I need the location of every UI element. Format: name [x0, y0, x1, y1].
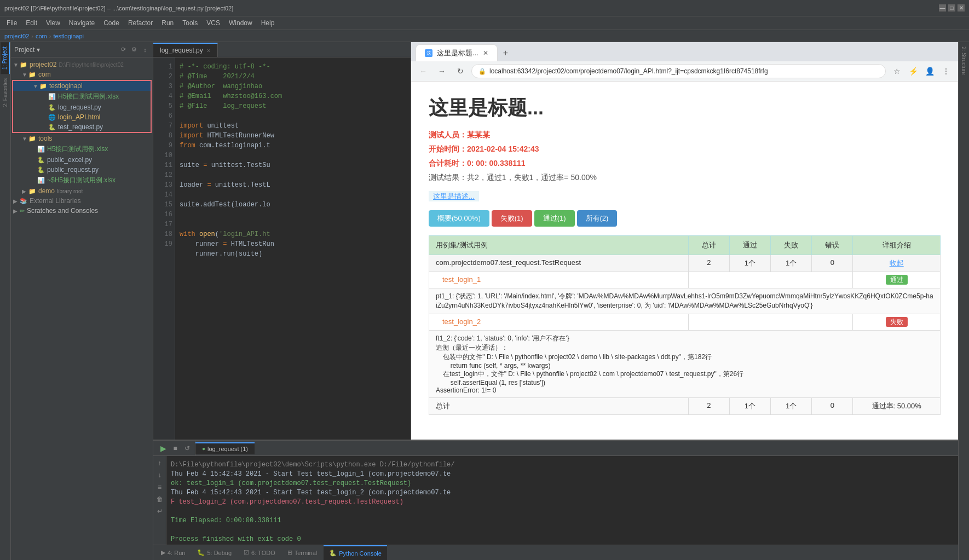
tree-label: testloginapi [49, 82, 83, 90]
status-tab-run[interactable]: ▶ 4: Run [155, 545, 191, 560]
breadcrumb: project02 › com › testloginapi [0, 30, 969, 42]
menu-help[interactable]: Help [257, 18, 279, 28]
right-tab-structure[interactable]: 2: Structure [960, 42, 968, 79]
status-tab-debug[interactable]: 🐛 5: Debug [192, 545, 237, 560]
tree-label: login_API.html [58, 113, 100, 121]
th-failed: 失败 [771, 236, 812, 255]
tree-item-log-request[interactable]: 🐍 log_request.py [13, 102, 151, 112]
menu-navigate[interactable]: Navigate [65, 18, 99, 28]
browser-panel: 这 这里是标题... ✕ + ← → ↻ 🔒 [411, 42, 958, 440]
tree-item-public-request[interactable]: 🐍 public_request.py [11, 165, 153, 175]
close-button[interactable]: ✕ [958, 4, 965, 11]
back-button[interactable]: ← [416, 63, 431, 79]
left-tab-project[interactable]: 1: Project [1, 42, 10, 74]
left-tab-favorites[interactable]: 2: Favorites [1, 74, 9, 111]
menu-tools[interactable]: Tools [178, 18, 202, 28]
code-editor[interactable]: 12345 678910 1112131415 16171819 # -*- c… [153, 57, 411, 440]
menu-view[interactable]: View [42, 18, 65, 28]
expand-icon[interactable]: ↕ [141, 45, 149, 54]
more-button[interactable]: ⋮ [938, 63, 954, 79]
bottom-tab-run[interactable]: ● log_request (1) [195, 442, 255, 454]
rerun-button[interactable]: ↺ [182, 443, 193, 454]
tree-item-tools-h5[interactable]: 📊 H5接口测试用例.xlsx [11, 143, 153, 155]
tree-item-external-libs[interactable]: ▶ 📚 External Libraries [11, 196, 153, 206]
browser-tab-close[interactable]: ✕ [483, 49, 488, 57]
run-label: 4: Run [168, 550, 185, 556]
browser-tab-active[interactable]: 这 这里是标题... ✕ [416, 44, 498, 61]
filter-summary[interactable]: 概要(50.00%) [429, 210, 489, 227]
editor-tabs: log_request.py ✕ [153, 42, 411, 57]
table-row: test_login_2 失败 [429, 314, 941, 331]
tree-item-demo[interactable]: ▶ 📁 demo library root [11, 186, 153, 196]
play-button[interactable]: ▶ [158, 443, 169, 454]
status-tab-todo[interactable]: ☑ 6: TODO [238, 545, 281, 560]
filter-all[interactable]: 所有(2) [577, 210, 618, 227]
menu-file[interactable]: File [2, 18, 21, 28]
address-bar[interactable]: 🔒 localhost:63342/project02/com/projectd… [471, 64, 886, 78]
breadcrumb-com[interactable]: com [36, 33, 47, 39]
tree-item-tools[interactable]: ▼ 📁 tools [11, 134, 153, 143]
menu-edit[interactable]: Edit [21, 18, 42, 28]
console-output[interactable]: D:\File\pythonfile\project02\demo\Script… [166, 456, 958, 545]
sync-icon[interactable]: ⟳ [119, 45, 128, 54]
bookmark-button[interactable]: ☆ [889, 63, 904, 79]
tree-item-com[interactable]: ▼ 📁 com [11, 70, 153, 79]
filter-passed[interactable]: 通过(1) [534, 210, 575, 227]
forward-button[interactable]: → [434, 63, 449, 79]
tree-item-public-excel[interactable]: 🐍 public_excel.py [11, 155, 153, 165]
refresh-button[interactable]: ↻ [453, 63, 468, 79]
extension-button[interactable]: ⚡ [905, 63, 921, 79]
breadcrumb-testloginapi[interactable]: testloginapi [53, 33, 84, 39]
stop-button[interactable]: ■ [170, 443, 181, 454]
tab-close-button[interactable]: ✕ [206, 48, 211, 54]
filter-failed[interactable]: 失败(1) [492, 210, 532, 227]
tree-item-temp-xlsx[interactable]: 📊 ~$H5接口测试用例.xlsx [11, 175, 153, 186]
tree-item-scratches[interactable]: ▶ ✏ Scratches and Consoles [11, 206, 153, 216]
folder-icon: 📁 [39, 83, 47, 90]
menu-refactor[interactable]: Refactor [124, 18, 157, 28]
editor-tab-log-request[interactable]: log_request.py ✕ [153, 43, 218, 57]
folder-icon: 📁 [28, 188, 36, 195]
footer-passed: 1个 [729, 398, 770, 415]
scroll-down-button[interactable]: ↓ [155, 470, 165, 480]
code-content[interactable]: # -*- coding: utf-8 -*- # @Time 2021/2/4… [175, 57, 411, 440]
footer-label: 总计 [429, 398, 689, 415]
todo-label: 6: TODO [251, 550, 275, 556]
profile-button[interactable]: 👤 [922, 63, 937, 79]
menu-vcs[interactable]: VCS [202, 18, 224, 28]
debug-label: 5: Debug [207, 550, 232, 556]
status-tab-terminal[interactable]: ⊞ Terminal [282, 545, 323, 560]
line-numbers: 12345 678910 1112131415 16171819 [153, 57, 175, 440]
tree-label: public_excel.py [47, 156, 92, 164]
description-area: 这里是描述... [429, 192, 941, 201]
menu-window[interactable]: Window [224, 18, 257, 28]
status-tab-python-console[interactable]: 🐍 Python Console [324, 545, 387, 560]
tree-item-project02[interactable]: ▼ 📁 project02 D:\File\pythonfile\project… [11, 60, 153, 70]
console-line: Thu Feb 4 15:42:43 2021 - Start Test tes… [171, 488, 954, 498]
py-icon: 🐍 [48, 124, 56, 131]
table-row: ft1_2: {'code': 1, 'status': 0, 'info': … [429, 331, 941, 398]
tree-item-h5-xlsx[interactable]: 📊 H5接口测试用例.xlsx [13, 91, 151, 102]
breadcrumb-project[interactable]: project02 [4, 33, 29, 39]
wrap-button[interactable]: ↵ [155, 506, 165, 516]
tree-item-login-api[interactable]: 🌐 login_API.html [13, 112, 151, 122]
footer-failed: 1个 [771, 398, 812, 415]
menu-code[interactable]: Code [99, 18, 124, 28]
menu-run[interactable]: Run [157, 18, 178, 28]
tree-item-test-request[interactable]: 🐍 test_request.py [13, 122, 151, 132]
desc-link[interactable]: 这里是描述... [429, 191, 479, 201]
maximize-button[interactable]: □ [948, 4, 955, 11]
minimize-button[interactable]: — [939, 4, 946, 11]
tree-arrow: ▶ [13, 198, 20, 204]
title-bar: project02 [D:\File\pythonfile\project02]… [0, 0, 969, 16]
clear-button[interactable]: 🗑 [155, 494, 165, 504]
suite-detail-link[interactable]: 收起 [853, 255, 941, 272]
scroll-up-button[interactable]: ↑ [155, 458, 165, 468]
tree-item-testloginapi[interactable]: ▼ 📁 testloginapi [13, 81, 151, 91]
py-icon: 🐍 [37, 157, 45, 164]
sidebar-toolbar: Project ▾ ⟳ ⚙ ↕ [11, 42, 153, 57]
filter-button[interactable]: ≡ [155, 482, 165, 492]
settings-icon[interactable]: ⚙ [130, 45, 139, 54]
tree-label: project02 [30, 61, 56, 68]
new-tab-button[interactable]: + [498, 45, 514, 61]
